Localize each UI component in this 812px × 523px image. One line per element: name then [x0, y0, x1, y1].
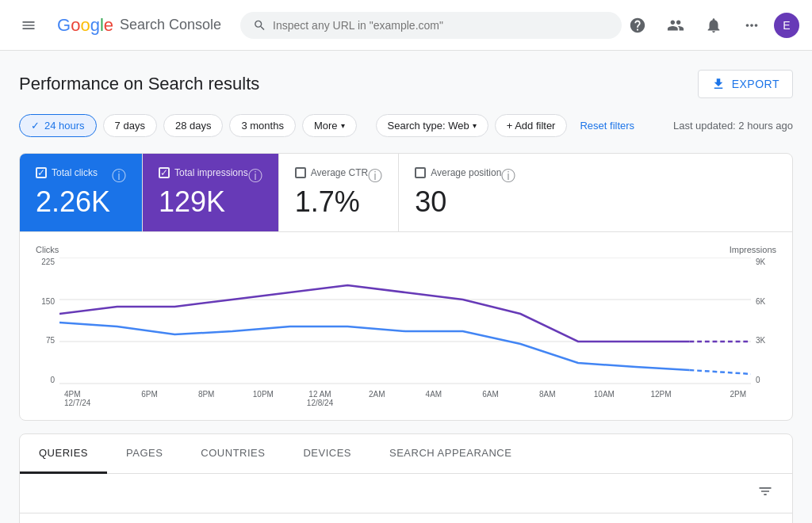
- header: Google Search Console: [0, 0, 812, 51]
- y-axis-left-ticks: 225 150 75 0: [36, 258, 59, 384]
- ctr-info-icon[interactable]: ⓘ: [368, 166, 382, 185]
- x-label-4pm: 4PM12/7/24: [64, 390, 121, 407]
- filter-28days[interactable]: 28 days: [163, 114, 224, 137]
- position-checkbox[interactable]: [415, 167, 426, 178]
- logo: Google Search Console: [57, 15, 221, 36]
- position-value: 30: [415, 185, 515, 219]
- x-label-12am: 12 AM12/8/24: [292, 390, 349, 407]
- search-console-label: Search Console: [120, 17, 221, 33]
- tab-search-appearance[interactable]: SEARCH APPEARANCE: [370, 434, 530, 474]
- impressions-label: Total impressions: [174, 167, 248, 178]
- x-label-8am: 8AM: [519, 390, 576, 407]
- menu-icon[interactable]: [13, 10, 44, 41]
- help-icon[interactable]: [622, 10, 653, 41]
- metric-average-ctr[interactable]: Average CTR ⓘ 1.7%: [279, 154, 399, 231]
- metric-average-position[interactable]: Average position ⓘ 30: [399, 154, 531, 231]
- export-label: EXPORT: [732, 78, 779, 90]
- tab-countries[interactable]: COUNTRIES: [182, 434, 284, 474]
- 3months-label: 3 months: [241, 120, 283, 132]
- x-label-12pm: 12PM: [633, 390, 690, 407]
- page-title: Performance on Search results: [19, 74, 259, 94]
- add-filter-label: + Add filter: [507, 120, 556, 132]
- clicks-label: Total clicks: [52, 167, 98, 178]
- x-label-2am: 2AM: [348, 390, 405, 407]
- add-filter-button[interactable]: + Add filter: [495, 114, 568, 137]
- export-button[interactable]: EXPORT: [698, 70, 793, 98]
- position-label: Average position: [431, 167, 501, 178]
- chart-svg: [59, 258, 751, 384]
- clicks-value: 2.26K: [36, 185, 126, 219]
- chevron-down-icon: ▾: [341, 121, 345, 130]
- metrics-row: ✓ Total clicks ⓘ 2.26K ✓ Total impressio…: [20, 154, 792, 232]
- notification-icon[interactable]: [698, 10, 730, 41]
- clicks-checkbox[interactable]: ✓: [36, 167, 47, 178]
- y-left-tick-225: 225: [36, 258, 55, 266]
- x-label-10am: 10AM: [576, 390, 633, 407]
- tabs-row: QUERIES PAGES COUNTRIES DEVICES SEARCH A…: [20, 434, 792, 474]
- filter-bar: ✓ 24 hours 7 days 28 days 3 months More …: [19, 114, 793, 137]
- filter-lines-icon: [757, 483, 773, 499]
- page-title-row: Performance on Search results EXPORT: [19, 70, 793, 98]
- svg-line-4: [689, 370, 751, 374]
- impressions-checkbox[interactable]: ✓: [159, 167, 170, 178]
- sort-down-icon: ↓: [647, 520, 653, 523]
- filter-7days[interactable]: 7 days: [103, 114, 157, 137]
- x-label-8pm: 8PM: [178, 390, 235, 407]
- 7days-label: 7 days: [115, 120, 145, 132]
- x-axis-labels: 4PM12/7/24 6PM 8PM 10PM 12 AM12/8/24 2AM…: [36, 390, 776, 407]
- tab-pages[interactable]: PAGES: [107, 434, 182, 474]
- chart-svg-container: [59, 258, 751, 387]
- reset-label: Reset filters: [580, 120, 634, 132]
- main-content: Performance on Search results EXPORT ✓ 2…: [0, 51, 812, 523]
- header-actions: E: [622, 10, 799, 41]
- y-axis-left-label: Clicks: [36, 245, 59, 254]
- ctr-value: 1.7%: [295, 185, 382, 219]
- tab-queries[interactable]: QUERIES: [20, 434, 107, 474]
- metric-total-clicks[interactable]: ✓ Total clicks ⓘ 2.26K: [20, 154, 143, 231]
- position-info-icon[interactable]: ⓘ: [501, 166, 515, 185]
- metrics-chart-container: ✓ Total clicks ⓘ 2.26K ✓ Total impressio…: [19, 153, 793, 421]
- filter-24hours[interactable]: ✓ 24 hours: [19, 114, 97, 137]
- chart-area: Clicks Impressions 225 150 75 0: [20, 232, 792, 420]
- x-label-6pm: 6PM: [121, 390, 178, 407]
- impressions-info-icon[interactable]: ⓘ: [248, 166, 262, 185]
- col-header-clicks[interactable]: ↓ Clicks: [589, 520, 684, 523]
- search-type-filter[interactable]: Search type: Web ▾: [376, 114, 488, 137]
- filter-3months[interactable]: 3 months: [229, 114, 295, 137]
- y-right-tick-9k: 9K: [756, 258, 776, 266]
- 28days-label: 28 days: [175, 120, 212, 132]
- table-toolbar: [20, 474, 792, 513]
- users-icon[interactable]: [660, 10, 691, 41]
- impressions-value: 129K: [159, 185, 262, 219]
- x-label-2pm: 2PM: [689, 390, 746, 407]
- clicks-info-icon[interactable]: ⓘ: [112, 166, 126, 185]
- search-type-chevron-icon: ▾: [473, 121, 477, 130]
- y-right-tick-6k: 6K: [756, 297, 776, 306]
- y-left-tick-0: 0: [36, 376, 55, 384]
- metric-total-impressions[interactable]: ✓ Total impressions ⓘ 129K: [143, 154, 279, 231]
- avatar[interactable]: E: [774, 13, 799, 38]
- y-left-tick-150: 150: [36, 297, 55, 306]
- tabs-section: QUERIES PAGES COUNTRIES DEVICES SEARCH A…: [19, 433, 793, 523]
- y-axis-right-ticks: 9K 6K 3K 0: [751, 258, 776, 384]
- ctr-checkbox[interactable]: [295, 167, 306, 178]
- reset-filters-button[interactable]: Reset filters: [573, 115, 641, 136]
- table-filter-icon[interactable]: [751, 480, 779, 506]
- export-icon: [711, 77, 726, 91]
- filter-more[interactable]: More ▾: [302, 114, 357, 137]
- table-header: Top queries ↓ Clicks Impressions: [20, 513, 792, 523]
- search-input[interactable]: [273, 19, 609, 32]
- x-label-4am: 4AM: [405, 390, 462, 407]
- y-axis-right-label: Impressions: [730, 245, 776, 254]
- y-right-tick-3k: 3K: [756, 336, 776, 345]
- apps-icon[interactable]: [736, 10, 768, 41]
- more-label: More: [314, 120, 338, 132]
- last-updated: Last updated: 2 hours ago: [673, 120, 793, 132]
- x-label-10pm: 10PM: [235, 390, 292, 407]
- check-icon: ✓: [31, 120, 40, 132]
- y-left-tick-75: 75: [36, 336, 55, 345]
- search-icon: [253, 18, 266, 32]
- tab-devices[interactable]: DEVICES: [284, 434, 370, 474]
- search-bar[interactable]: [240, 12, 622, 39]
- hours-label: 24 hours: [44, 120, 85, 132]
